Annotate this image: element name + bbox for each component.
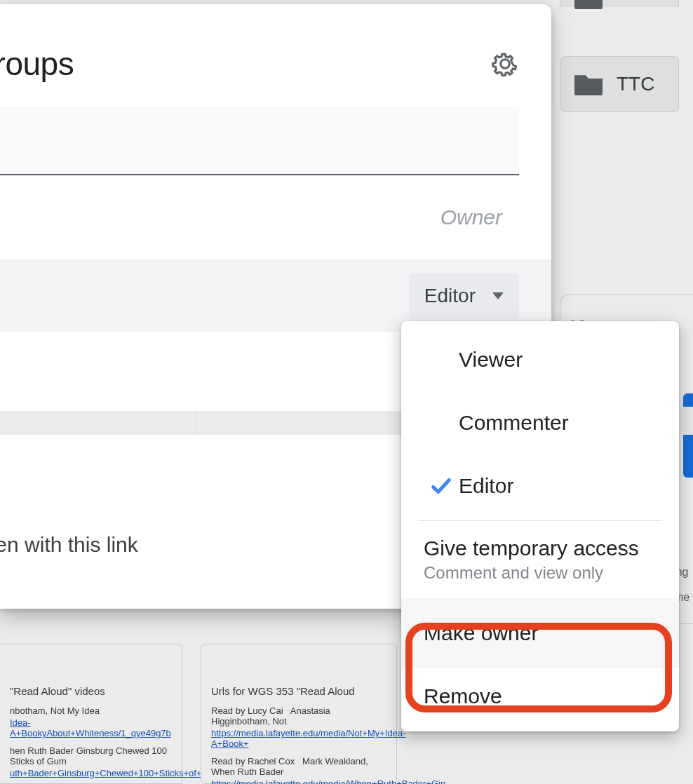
dialog-header: and groups [0, 4, 551, 102]
menu-item-remove[interactable]: Remove [401, 668, 679, 724]
doc-text: Read by Lucy Cai [211, 705, 283, 716]
doc-card[interactable]: "Read Aloud" videos nbotham, Not My Idea… [0, 644, 182, 784]
menu-item-commenter[interactable]: Commenter [401, 391, 679, 454]
dialog-title: and groups [0, 45, 74, 83]
menu-item-make-owner[interactable]: Make owner [401, 598, 679, 668]
check-slot [424, 474, 459, 498]
menu-item-label: Editor [459, 474, 657, 498]
doc-link[interactable]: https://media.lafayette.edu/media/When+R… [211, 778, 386, 784]
gear-icon [491, 50, 519, 78]
owner-row: Owner [0, 175, 551, 259]
menu-item-editor[interactable]: Editor [401, 454, 679, 518]
menu-item-label: Give temporary access [424, 536, 657, 560]
doc-link[interactable]: Idea-A+BookyAbout+Whiteness/1_qye49g7b [10, 717, 172, 738]
doc-text: hen Ruth Bader Ginsburg Chewed 100 Stick… [10, 745, 172, 766]
doc-link[interactable]: https://media.lafayette.edu/media/Not+My… [211, 728, 386, 749]
folder-icon [574, 0, 603, 9]
role-dropdown-button[interactable]: Editor [409, 273, 519, 318]
menu-item-viewer[interactable]: Viewer [401, 328, 679, 391]
doc-card[interactable]: Urls for WGS 353 "Read Aloud Read by Luc… [201, 644, 397, 784]
menu-divider [418, 520, 662, 521]
menu-item-label: Make owner [424, 621, 657, 645]
add-people-input[interactable] [0, 107, 519, 175]
share-settings-button[interactable] [490, 48, 520, 79]
role-menu: Viewer Commenter Editor Give temporary a… [401, 321, 679, 731]
doc-link[interactable]: uth+Bader+Ginsburg+Chewed+100+Sticks+of+… [10, 768, 172, 778]
panel-active-tab[interactable] [683, 393, 693, 478]
owner-label: Owner [440, 205, 502, 229]
link-description: open with this link [0, 533, 138, 556]
doc-text: nbotham, Not My Idea [10, 705, 172, 716]
menu-item-label: Commenter [459, 411, 657, 435]
folder-icon [574, 73, 603, 95]
menu-item-temp-access[interactable]: Give temporary access Comment and view o… [401, 524, 679, 598]
menu-item-label: Viewer [459, 348, 657, 372]
folder-label: TTC [617, 73, 654, 95]
doc-title: "Read Aloud" videos [10, 685, 172, 697]
doc-title: Urls for WGS 353 "Read Aloud [211, 685, 386, 697]
folder-chip-partial [560, 0, 679, 7]
doc-text: Read by Rachel Cox [211, 756, 295, 766]
menu-item-sublabel: Comment and view only [424, 563, 657, 583]
menu-item-label: Remove [424, 684, 657, 708]
chevron-down-icon [492, 292, 504, 299]
folder-chip-ttc[interactable]: TTC [560, 56, 679, 112]
role-dropdown-label: Editor [424, 285, 476, 307]
check-icon [429, 474, 453, 498]
